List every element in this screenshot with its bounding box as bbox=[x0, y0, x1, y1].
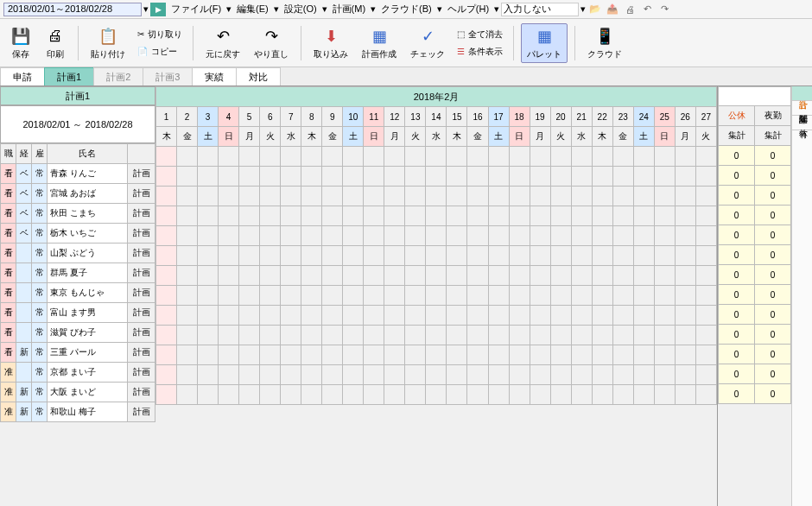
schedule-cell[interactable] bbox=[467, 226, 488, 246]
schedule-cell[interactable] bbox=[198, 187, 219, 206]
print-button[interactable]: 🖨印刷 bbox=[40, 24, 71, 62]
schedule-cell[interactable] bbox=[447, 326, 467, 345]
schedule-cell[interactable] bbox=[571, 306, 592, 326]
schedule-cell[interactable] bbox=[322, 385, 343, 405]
schedule-cell[interactable] bbox=[550, 226, 571, 246]
schedule-cell[interactable] bbox=[177, 306, 198, 326]
menu-plan[interactable]: 計画(M) bbox=[329, 1, 370, 17]
side-nenkan[interactable]: 年間集計 bbox=[792, 101, 812, 116]
schedule-cell[interactable] bbox=[612, 345, 633, 365]
schedule-cell[interactable] bbox=[488, 266, 509, 286]
schedule-cell[interactable] bbox=[654, 246, 675, 266]
schedule-cell[interactable] bbox=[239, 385, 260, 405]
schedule-cell[interactable] bbox=[426, 187, 447, 206]
schedule-cell[interactable] bbox=[633, 286, 654, 306]
schedule-cell[interactable] bbox=[530, 365, 550, 385]
schedule-cell[interactable] bbox=[343, 345, 364, 365]
plan-create-button[interactable]: ▦計画作成 bbox=[357, 24, 402, 62]
palette-button[interactable]: ▦パレット bbox=[521, 23, 568, 63]
schedule-cell[interactable] bbox=[488, 345, 509, 365]
schedule-cell[interactable] bbox=[281, 226, 301, 246]
schedule-cell[interactable] bbox=[239, 306, 260, 326]
schedule-cell[interactable] bbox=[509, 246, 530, 266]
schedule-cell[interactable] bbox=[239, 206, 260, 226]
schedule-cell[interactable] bbox=[550, 326, 571, 345]
schedule-cell[interactable] bbox=[343, 226, 364, 246]
schedule-cell[interactable] bbox=[695, 365, 716, 385]
schedule-cell[interactable] bbox=[198, 167, 219, 187]
schedule-cell[interactable] bbox=[488, 187, 509, 206]
export-icon[interactable]: 📤 bbox=[605, 3, 620, 16]
schedule-cell[interactable] bbox=[592, 206, 612, 226]
schedule-cell[interactable] bbox=[198, 246, 219, 266]
schedule-cell[interactable] bbox=[384, 206, 405, 226]
schedule-cell[interactable] bbox=[633, 206, 654, 226]
print-icon[interactable]: 🖨 bbox=[622, 3, 638, 16]
schedule-cell[interactable] bbox=[343, 167, 364, 187]
schedule-cell[interactable] bbox=[343, 147, 364, 167]
schedule-cell[interactable] bbox=[384, 147, 405, 167]
schedule-cell[interactable] bbox=[675, 266, 695, 286]
schedule-cell[interactable] bbox=[405, 385, 426, 405]
schedule-cell[interactable] bbox=[156, 286, 177, 306]
schedule-cell[interactable] bbox=[219, 385, 239, 405]
schedule-cell[interactable] bbox=[198, 365, 219, 385]
schedule-cell[interactable] bbox=[488, 385, 509, 405]
schedule-cell[interactable] bbox=[633, 167, 654, 187]
schedule-cell[interactable] bbox=[654, 365, 675, 385]
schedule-cell[interactable] bbox=[571, 147, 592, 167]
schedule-cell[interactable] bbox=[322, 167, 343, 187]
schedule-cell[interactable] bbox=[219, 246, 239, 266]
schedule-cell[interactable] bbox=[405, 286, 426, 306]
schedule-cell[interactable] bbox=[695, 385, 716, 405]
menu-help[interactable]: ヘルプ(H) bbox=[444, 1, 492, 17]
schedule-cell[interactable] bbox=[219, 345, 239, 365]
schedule-cell[interactable] bbox=[530, 306, 550, 326]
schedule-cell[interactable] bbox=[467, 147, 488, 167]
schedule-cell[interactable] bbox=[633, 187, 654, 206]
schedule-cell[interactable] bbox=[633, 365, 654, 385]
schedule-cell[interactable] bbox=[322, 345, 343, 365]
name-cell[interactable]: 宮城 あおば bbox=[48, 184, 128, 204]
schedule-cell[interactable] bbox=[467, 326, 488, 345]
schedule-cell[interactable] bbox=[695, 167, 716, 187]
schedule-cell[interactable] bbox=[509, 286, 530, 306]
schedule-cell[interactable] bbox=[384, 345, 405, 365]
schedule-cell[interactable] bbox=[530, 167, 550, 187]
schedule-cell[interactable] bbox=[156, 226, 177, 246]
schedule-cell[interactable] bbox=[530, 385, 550, 405]
schedule-cell[interactable] bbox=[260, 187, 281, 206]
date-range-input[interactable] bbox=[3, 3, 142, 16]
schedule-cell[interactable] bbox=[322, 266, 343, 286]
schedule-cell[interactable] bbox=[530, 286, 550, 306]
schedule-cell[interactable] bbox=[695, 266, 716, 286]
name-cell[interactable]: 京都 まい子 bbox=[48, 363, 128, 383]
check-button[interactable]: ✓チェック bbox=[405, 24, 450, 62]
schedule-cell[interactable] bbox=[239, 226, 260, 246]
schedule-cell[interactable] bbox=[301, 206, 322, 226]
schedule-cell[interactable] bbox=[301, 187, 322, 206]
schedule-cell[interactable] bbox=[571, 187, 592, 206]
schedule-cell[interactable] bbox=[364, 206, 384, 226]
schedule-cell[interactable] bbox=[343, 385, 364, 405]
schedule-cell[interactable] bbox=[467, 266, 488, 286]
schedule-cell[interactable] bbox=[260, 167, 281, 187]
schedule-cell[interactable] bbox=[654, 326, 675, 345]
schedule-cell[interactable] bbox=[550, 306, 571, 326]
schedule-cell[interactable] bbox=[509, 345, 530, 365]
schedule-cell[interactable] bbox=[695, 187, 716, 206]
schedule-cell[interactable] bbox=[675, 187, 695, 206]
schedule-cell[interactable] bbox=[301, 345, 322, 365]
schedule-cell[interactable] bbox=[675, 385, 695, 405]
schedule-cell[interactable] bbox=[654, 187, 675, 206]
schedule-cell[interactable] bbox=[177, 226, 198, 246]
schedule-cell[interactable] bbox=[488, 306, 509, 326]
schedule-cell[interactable] bbox=[281, 147, 301, 167]
schedule-cell[interactable] bbox=[612, 187, 633, 206]
schedule-cell[interactable] bbox=[467, 365, 488, 385]
schedule-cell[interactable] bbox=[467, 246, 488, 266]
schedule-cell[interactable] bbox=[509, 226, 530, 246]
schedule-cell[interactable] bbox=[405, 266, 426, 286]
schedule-cell[interactable] bbox=[550, 206, 571, 226]
schedule-cell[interactable] bbox=[198, 147, 219, 167]
